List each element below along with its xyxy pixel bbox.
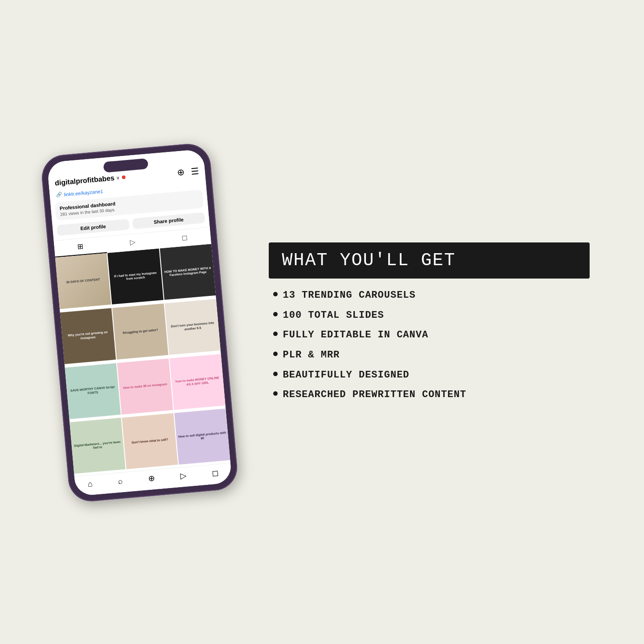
feature-text: RESEARCHED PREWRITTEN CONTENT [283,389,467,402]
post-text: HOW TO MAKE MONEY WITH A Faceless Instag… [160,244,216,300]
ig-post-grid: 30 DAYS OF CONTENT If I had to start my … [55,244,230,476]
post-text: How to make $$ on Instagram [117,358,173,414]
search-nav-icon[interactable]: ⌕ [117,476,123,486]
post-text: Don't know what to sell? [122,413,178,469]
list-item: 30 DAYS OF CONTENT [55,253,111,309]
feature-text: 13 TRENDING CAROUSELS [283,289,416,302]
list-item: 13 TRENDING CAROUSELS [273,289,590,302]
list-item: How to make $$ on Instagram [117,358,173,414]
features-list: 13 TRENDING CAROUSELS 100 TOTAL SLIDES F… [269,289,590,402]
post-text: How to sell digital products with $0 [174,408,230,464]
bullet-icon [273,312,278,316]
post-text: Struggling to get sales? [112,303,168,359]
add-icon[interactable]: ⊕ [176,166,185,177]
list-item: Digital Marketers... you've been lied to [69,418,125,474]
list-item: BEAUTIFULLY DESIGNED [273,369,590,382]
bullet-icon [273,391,278,396]
list-item: SAVE-WORTHY CANVA Script FONTS [65,363,121,419]
menu-icon[interactable]: ☰ [190,165,199,176]
feature-text: BEAUTIFULLY DESIGNED [283,369,410,382]
home-nav-icon[interactable]: ⌂ [87,479,93,488]
list-item: Don't turn your business into another 9-… [164,299,221,355]
reels-nav-icon[interactable]: ▷ [180,471,187,481]
list-item: Don't know what to sell? [122,413,178,469]
instagram-screen: digitalprofitbabes ∨ ⊕ ☰ 🔗 linktr.ee/kay… [46,148,232,496]
username-text: digitalprofitbabes [54,174,115,187]
profile-nav-icon[interactable]: ◻ [211,468,219,478]
post-text: Don't turn your business into another 9-… [164,299,221,355]
post-text: 30 DAYS OF CONTENT [55,253,111,309]
list-item: RESEARCHED PREWRITTEN CONTENT [273,389,590,402]
right-content: WHAT YOU'LL GET 13 TRENDING CAROUSELS 10… [269,242,590,402]
list-item: PLR & MRR [273,349,590,362]
bullet-icon [273,352,278,356]
share-profile-button[interactable]: Share profile [132,212,205,229]
feature-text: PLR & MRR [283,349,340,362]
phone-outer: digitalprofitbabes ∨ ⊕ ☰ 🔗 linktr.ee/kay… [40,142,239,503]
main-title: WHAT YOU'LL GET [282,250,576,271]
ig-header-icons: ⊕ ☰ [176,165,199,178]
title-banner: WHAT YOU'LL GET [269,242,590,279]
ig-username: digitalprofitbabes ∨ [54,173,126,187]
feature-text: 100 TOTAL SLIDES [283,309,384,322]
list-item: Why you're not growing on Instagram [60,308,116,364]
list-item: how to make MONEY ONLINE AS A SHY GIRL [169,353,226,410]
link-icon: 🔗 [55,191,62,197]
post-text: Why you're not growing on Instagram [60,308,116,364]
feature-text: FULLY EDITABLE IN CANVA [283,329,429,342]
notification-dot [122,175,126,179]
bullet-icon [273,332,278,336]
edit-profile-button[interactable]: Edit profile [57,219,129,236]
post-text: SAVE-WORTHY CANVA Script FONTS [65,363,121,419]
list-item: FULLY EDITABLE IN CANVA [273,329,590,342]
post-text: how to make MONEY ONLINE AS A SHY GIRL [169,353,226,410]
phone-mockup: digitalprofitbabes ∨ ⊕ ☰ 🔗 linktr.ee/kay… [40,141,247,503]
post-text: Digital Marketers... you've been lied to [69,418,125,474]
phone-inner: digitalprofitbabes ∨ ⊕ ☰ 🔗 linktr.ee/kay… [46,148,232,496]
bullet-icon [273,372,278,376]
list-item: HOW TO MAKE MONEY WITH A Faceless Instag… [160,244,216,300]
main-container: digitalprofitbabes ∨ ⊕ ☰ 🔗 linktr.ee/kay… [55,148,590,496]
chevron-icon: ∨ [116,175,119,180]
list-item: Struggling to get sales? [112,303,168,359]
list-item: How to sell digital products with $0 [174,408,230,464]
post-text: If I had to start my Instagram from scra… [107,248,164,304]
add-nav-icon[interactable]: ⊕ [148,473,155,484]
bullet-icon [273,292,278,296]
list-item: 100 TOTAL SLIDES [273,309,590,322]
list-item: If I had to start my Instagram from scra… [107,248,164,304]
